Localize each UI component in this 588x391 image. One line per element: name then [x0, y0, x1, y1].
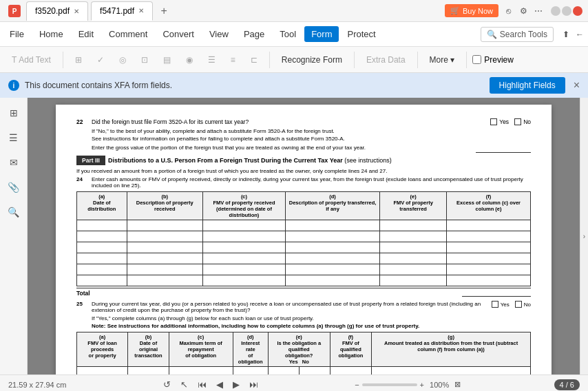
next-page-button[interactable]: ▶: [229, 378, 243, 391]
sidebar-comments-icon[interactable]: ✉: [4, 153, 23, 172]
menu-home[interactable]: Home: [32, 26, 70, 42]
sidebar: ⊞ ☰ ✉ 📎 🔍: [0, 98, 28, 374]
menu-form[interactable]: Form: [304, 26, 339, 42]
line-22-num: 22: [76, 118, 89, 125]
toolbar-icon-6[interactable]: ◉: [180, 52, 199, 67]
menu-view[interactable]: View: [202, 26, 235, 42]
menu-page[interactable]: Page: [237, 26, 271, 42]
sidebar-attachments-icon[interactable]: 📎: [4, 178, 23, 197]
table-row: [77, 242, 531, 253]
table25-col-b: (b)Date of originaltransaction: [128, 332, 169, 367]
toolbar-separator-4: [417, 52, 418, 68]
table25-col-d: (d)Interest rateof obligation: [233, 332, 268, 367]
rotate-button[interactable]: ↺: [160, 378, 174, 391]
line-25-no[interactable]: No: [515, 301, 531, 308]
line-25-row: 25 During your current tax year, did you…: [76, 301, 531, 313]
highlight-fields-button[interactable]: Highlight Fields: [490, 77, 565, 94]
cursor-button[interactable]: ↖: [177, 378, 191, 391]
last-page-button[interactable]: ⏭: [246, 378, 262, 391]
table-row: [77, 264, 531, 275]
toolbar: T Add Text ⊞ ✓ ◎ ⊡ ▤ ◉ ☰ ≡ ⊏ Recognize F…: [0, 47, 588, 73]
toolbar-separator-5: [466, 52, 467, 68]
menu-tool[interactable]: Tool: [273, 26, 303, 42]
toolbar-icon-7[interactable]: ☰: [202, 52, 222, 67]
table24-col-c: (c)FMV of property received(determined o…: [202, 192, 285, 220]
sidebar-search-icon[interactable]: 🔍: [4, 202, 23, 222]
settings-icon[interactable]: ⚙: [518, 6, 529, 17]
xfa-message: This document contains XFA form fields.: [25, 81, 172, 90]
tab-f5471[interactable]: f5471.pdf ✕: [91, 1, 153, 21]
zoom-controls: − + 100% ⊠: [355, 380, 461, 389]
toolbar-icon-5[interactable]: ▤: [157, 52, 177, 67]
table25-col-f: (f)FMV of qualifiedobligation: [330, 332, 372, 367]
toolbar-icon-4[interactable]: ⊡: [135, 52, 154, 67]
zoom-level: 100%: [430, 381, 449, 389]
line-22-sub3: Enter the gross value of the portion of …: [92, 145, 531, 153]
more-icon[interactable]: ⋯: [533, 6, 544, 17]
line-24-text: Enter cash amounts or FMV of property re…: [92, 176, 531, 189]
table-row: [77, 220, 531, 231]
share-icon[interactable]: ⎋: [503, 6, 514, 17]
first-page-button[interactable]: ⏮: [194, 378, 210, 391]
tab-f3520-close[interactable]: ✕: [74, 8, 79, 15]
extra-data-button: Extra Data: [360, 52, 412, 67]
note-line24-pre: If you received an amount from a portion…: [76, 168, 531, 174]
line-24-num: 24: [76, 176, 89, 182]
menu-convert[interactable]: Convert: [156, 26, 201, 42]
line-25-note: Note: See instructions for additional in…: [92, 323, 531, 329]
title-bar-right: 🛒 Buy Now ⎋ ⚙ ⋯: [445, 4, 582, 17]
sidebar-bookmarks-icon[interactable]: ☰: [4, 128, 23, 147]
app-icon[interactable]: P: [7, 3, 22, 19]
more-button[interactable]: More ▾: [423, 52, 461, 67]
table-row: [77, 231, 531, 242]
line-22-yes[interactable]: Yes: [490, 118, 509, 125]
svg-text:P: P: [12, 8, 17, 15]
menu-comment[interactable]: Comment: [102, 26, 154, 42]
sidebar-pages-icon[interactable]: ⊞: [4, 103, 23, 123]
buy-now-button[interactable]: 🛒 Buy Now: [445, 4, 498, 17]
fit-page-icon[interactable]: ⊠: [454, 380, 461, 389]
part-iii-label: Part III: [76, 156, 105, 165]
xfa-banner: i This document contains XFA form fields…: [0, 73, 588, 98]
toolbar-separator-3: [354, 52, 355, 68]
zoom-in-icon[interactable]: +: [420, 381, 424, 389]
line-22-no[interactable]: No: [514, 118, 531, 125]
tab-f3520-label: f3520.pdf: [35, 6, 70, 16]
add-text-button[interactable]: T Add Text: [6, 52, 57, 67]
xfa-close-button[interactable]: ×: [574, 79, 580, 92]
cart-icon: 🛒: [450, 6, 460, 15]
menu-protect[interactable]: Protect: [340, 26, 382, 42]
menu-file[interactable]: File: [3, 26, 31, 42]
preview-checkbox[interactable]: [472, 55, 481, 64]
minimize-button[interactable]: [551, 6, 560, 16]
table-row: [77, 367, 531, 375]
zoom-slider[interactable]: [362, 383, 417, 386]
search-tools-button[interactable]: 🔍 Search Tools: [481, 27, 554, 42]
pdf-area[interactable]: 22 Did the foreign trust file Form 3520-…: [28, 98, 580, 374]
menu-edit[interactable]: Edit: [72, 26, 101, 42]
expand-icon[interactable]: ⬆: [560, 29, 571, 40]
table-row: [77, 275, 531, 286]
line-25-yes[interactable]: Yes: [492, 301, 510, 308]
toolbar-icon-2[interactable]: ✓: [91, 52, 110, 67]
table25-col-a: (a)FMV of loan proceedsor property: [77, 332, 128, 367]
toolbar-icon-9[interactable]: ⊏: [244, 52, 264, 67]
toolbar-icon-3[interactable]: ◎: [113, 52, 132, 67]
toolbar-icon-1[interactable]: ⊞: [69, 52, 88, 67]
table25-col-c: (c)Maximum term of repaymentof obligatio…: [169, 332, 233, 367]
zoom-out-icon[interactable]: −: [355, 381, 359, 389]
right-panel-toggle[interactable]: ›: [580, 98, 588, 374]
tab-f5471-close[interactable]: ✕: [138, 7, 144, 14]
maximize-button[interactable]: [562, 6, 571, 16]
part-iii-header: Part III Distributions to a U.S. Person …: [76, 156, 531, 165]
table25-col-g: (g)Amount treated as distribution from t…: [372, 332, 531, 367]
recognize-form-button[interactable]: Recognize Form: [275, 52, 348, 67]
prev-page-button[interactable]: ◀: [213, 378, 227, 391]
tab-f3520[interactable]: f3520.pdf ✕: [26, 1, 88, 21]
nav-back-icon[interactable]: ←: [574, 29, 585, 40]
toolbar-icon-8[interactable]: ≡: [224, 52, 242, 67]
add-tab-button[interactable]: +: [156, 3, 172, 19]
line-22-text: Did the foreign trust file Form 3520-A f…: [92, 118, 249, 125]
close-button[interactable]: [573, 6, 582, 16]
table25-col-e: (e)Is the obligation a qualifiedobligati…: [268, 332, 330, 367]
